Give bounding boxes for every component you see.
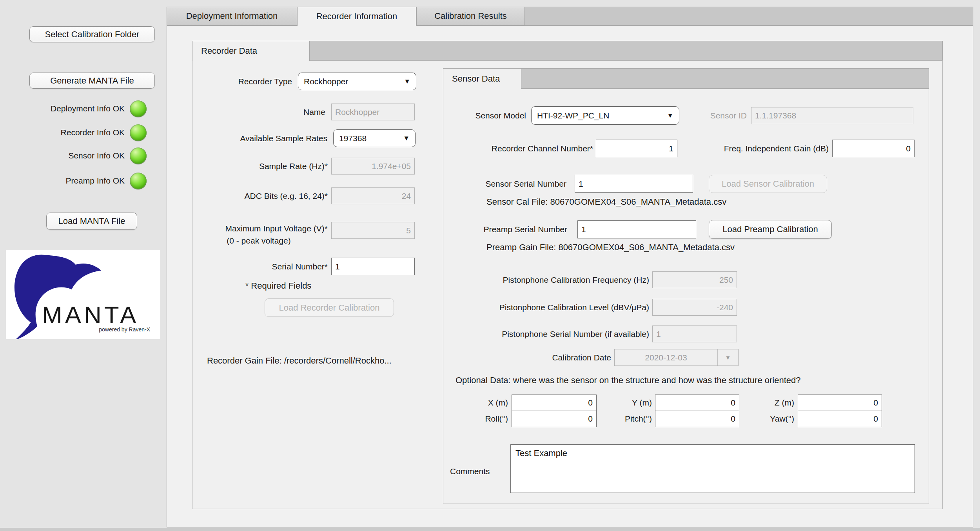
y-position-label: Y (m) bbox=[613, 395, 652, 411]
tab-calibration-results[interactable]: Calibration Results bbox=[416, 7, 525, 25]
sensor-model-label: Sensor Model bbox=[455, 107, 526, 125]
recorder-type-label: Recorder Type bbox=[212, 73, 292, 90]
max-input-voltage-sublabel: (0 - peak voltage) bbox=[204, 235, 314, 246]
freq-independent-gain-field[interactable] bbox=[832, 140, 915, 157]
sensor-status-label: Sensor Info OK bbox=[16, 150, 125, 162]
pistonphone-serial-field bbox=[652, 326, 737, 342]
z-position-field[interactable] bbox=[798, 395, 882, 411]
tab-deployment-information[interactable]: Deployment Information bbox=[167, 7, 297, 25]
chevron-down-icon: ▼ bbox=[717, 349, 738, 366]
window-bottom-edge bbox=[0, 528, 980, 531]
preamp-gain-file-note: Preamp Gain File: 80670GOMEX04_S06_MANTA… bbox=[486, 242, 859, 253]
load-preamp-calibration-button[interactable]: Load Preamp Calibration bbox=[709, 220, 832, 239]
roll-label: Roll(°) bbox=[465, 411, 508, 427]
sample-rate-label: Sample Rate (Hz)* bbox=[212, 158, 328, 175]
x-position-field[interactable] bbox=[512, 395, 597, 411]
generate-manta-file-button[interactable]: Generate MANTA File bbox=[29, 73, 155, 89]
available-sample-rates-label: Available Sample Rates bbox=[196, 130, 327, 147]
logo-tagline-text: powered by Raven-X bbox=[99, 326, 150, 333]
yaw-field[interactable] bbox=[798, 411, 882, 427]
sensor-id-field bbox=[751, 107, 913, 124]
recorder-serial-number-field[interactable] bbox=[331, 258, 415, 275]
preamp-serial-number-field[interactable] bbox=[577, 220, 696, 238]
comments-input[interactable]: Test Example bbox=[510, 444, 915, 493]
max-input-voltage-label: Maximum Input Voltage (V)* bbox=[192, 223, 328, 234]
sample-rate-field bbox=[331, 158, 415, 175]
recorder-status-lamp-icon bbox=[130, 124, 147, 141]
recorder-status-label: Recorder Info OK bbox=[16, 127, 125, 138]
load-recorder-calibration-button: Load Recorder Calibration bbox=[265, 298, 394, 317]
calibration-date-value: 2020-12-03 bbox=[615, 349, 717, 366]
pitch-field[interactable] bbox=[655, 411, 739, 427]
pistonphone-frequency-label: Pistonphone Calibration Frequency (Hz) bbox=[455, 271, 649, 288]
pistonphone-frequency-field bbox=[652, 271, 737, 288]
tab-sensor-data[interactable]: Sensor Data bbox=[443, 68, 521, 89]
available-sample-rates-value: 197368 bbox=[339, 134, 367, 143]
sensor-serial-number-label: Sensor Serial Number bbox=[461, 175, 566, 193]
chevron-down-icon: ▼ bbox=[404, 78, 410, 85]
deployment-status-label: Deployment Info OK bbox=[16, 103, 125, 115]
recorder-type-dropdown[interactable]: Rockhopper ▼ bbox=[298, 73, 416, 90]
pistonphone-level-field bbox=[652, 299, 737, 316]
recorder-name-field bbox=[331, 104, 415, 120]
recorder-name-label: Name bbox=[251, 104, 325, 120]
sensor-model-dropdown[interactable]: HTI-92-WP_PC_LN ▼ bbox=[531, 106, 679, 125]
recorder-serial-number-label: Serial Number* bbox=[235, 258, 328, 275]
required-fields-note: * Required Fields bbox=[220, 280, 337, 292]
yaw-label: Yaw(°) bbox=[751, 411, 794, 427]
pitch-label: Pitch(°) bbox=[609, 411, 652, 427]
manta-logo: MANTA powered by Raven-X bbox=[6, 250, 160, 339]
chevron-down-icon: ▼ bbox=[403, 135, 410, 142]
calibration-date-picker: 2020-12-03 ▼ bbox=[614, 349, 739, 366]
adc-bits-field bbox=[331, 187, 415, 204]
sensor-status-lamp-icon bbox=[130, 147, 147, 164]
calibration-date-label: Calibration Date bbox=[455, 349, 611, 366]
manta-ray-icon: MANTA powered by Raven-X bbox=[6, 250, 160, 339]
sensor-id-label: Sensor ID bbox=[694, 107, 747, 124]
logo-title-text: MANTA bbox=[42, 301, 139, 328]
preamp-status-lamp-icon bbox=[130, 173, 147, 189]
pistonphone-level-label: Pistonphone Calibration Level (dBV/µPa) bbox=[455, 299, 649, 316]
select-calibration-folder-button[interactable]: Select Calibration Folder bbox=[29, 26, 155, 42]
sensor-cal-file-note: Sensor Cal File: 80670GOMEX04_S06_MANTA_… bbox=[486, 196, 859, 208]
recorder-gain-file-note: Recorder Gain File: /recorders/Cornell/R… bbox=[207, 355, 442, 367]
available-sample-rates-dropdown[interactable]: 197368 ▼ bbox=[333, 129, 416, 147]
comments-label: Comments bbox=[450, 465, 505, 478]
deployment-status-lamp-icon bbox=[130, 100, 147, 117]
recorder-channel-number-field[interactable] bbox=[596, 140, 677, 157]
chevron-down-icon: ▼ bbox=[667, 112, 673, 120]
load-manta-file-button[interactable]: Load MANTA File bbox=[46, 213, 137, 230]
preamp-serial-number-label: Preamp Serial Number bbox=[461, 220, 567, 238]
pistonphone-serial-label: Pistonphone Serial Number (if available) bbox=[455, 326, 649, 342]
z-position-label: Z (m) bbox=[755, 395, 794, 411]
recorder-channel-number-label: Recorder Channel Number* bbox=[468, 140, 593, 157]
freq-independent-gain-label: Freq. Independent Gain (dB) bbox=[699, 140, 829, 157]
roll-field[interactable] bbox=[512, 411, 597, 427]
y-position-field[interactable] bbox=[655, 395, 739, 411]
max-input-voltage-field bbox=[331, 222, 415, 239]
sensor-model-value: HTI-92-WP_PC_LN bbox=[537, 111, 609, 120]
adc-bits-label: ADC Bits (e.g. 16, 24)* bbox=[212, 187, 328, 204]
manta-app-window: { "icons": { "dropdown_arrow": "▼" }, "s… bbox=[0, 0, 980, 531]
tab-recorder-information[interactable]: Recorder Information bbox=[297, 7, 416, 26]
recorder-type-value: Rockhopper bbox=[304, 77, 348, 86]
load-sensor-calibration-button: Load Sensor Calibration bbox=[709, 175, 827, 193]
x-position-label: X (m) bbox=[469, 395, 508, 411]
sensor-serial-number-field[interactable] bbox=[575, 175, 693, 193]
optional-data-note: Optional Data: where was the sensor on t… bbox=[456, 374, 922, 387]
tab-recorder-data[interactable]: Recorder Data bbox=[192, 41, 310, 61]
preamp-status-label: Preamp Info OK bbox=[16, 175, 125, 187]
